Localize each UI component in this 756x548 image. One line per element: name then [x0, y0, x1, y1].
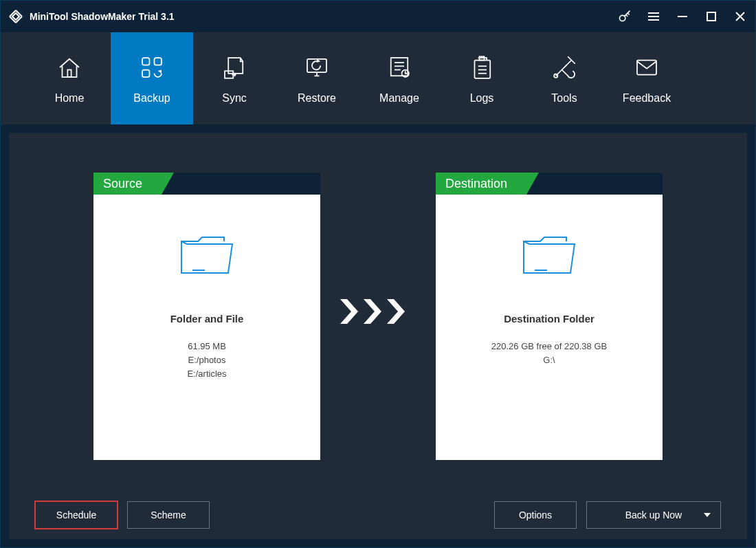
nav-sync[interactable]: Sync: [193, 32, 276, 124]
destination-free: 220.26 GB free of 220.38 GB: [436, 340, 663, 353]
restore-icon: [302, 52, 332, 83]
destination-drive: G:\: [436, 353, 663, 367]
source-path: E:/articles: [93, 367, 320, 381]
titlebar: MiniTool ShadowMaker Trial 3.1: [1, 1, 755, 32]
nav-label: Restore: [298, 92, 336, 105]
chevron-down-icon: [704, 513, 711, 517]
key-icon[interactable]: [618, 10, 632, 23]
schedule-button[interactable]: Schedule: [35, 501, 118, 529]
nav-label: Feedback: [623, 92, 671, 105]
destination-title: Destination Folder: [436, 313, 663, 325]
backup-now-button[interactable]: Back up Now: [586, 501, 721, 529]
nav-feedback[interactable]: Feedback: [605, 32, 688, 124]
svg-rect-10: [155, 58, 162, 65]
tools-icon: [549, 52, 579, 83]
close-icon[interactable]: [733, 10, 747, 23]
manage-icon: [384, 52, 414, 83]
source-tab: Source: [93, 173, 162, 195]
home-icon: [54, 52, 85, 83]
main-nav: Home Backup Sync Restore Manage: [1, 32, 755, 124]
source-size: 61.95 MB: [93, 340, 320, 353]
svg-point-0: [620, 15, 625, 21]
source-title: Folder and File: [93, 313, 320, 325]
nav-label: Sync: [222, 92, 247, 105]
nav-home[interactable]: Home: [28, 32, 111, 124]
backup-icon: [137, 52, 167, 83]
app-logo-icon: [6, 7, 25, 26]
app-title: MiniTool ShadowMaker Trial 3.1: [30, 11, 175, 22]
maximize-icon[interactable]: [704, 10, 718, 23]
card-body: Folder and File 61.95 MB E:/photos E:/ar…: [93, 195, 320, 381]
sync-icon: [219, 52, 249, 83]
nav-restore[interactable]: Restore: [276, 32, 358, 124]
svg-rect-11: [142, 70, 150, 78]
arrows-icon: [337, 173, 419, 327]
app-window: MiniTool ShadowMaker Trial 3.1: [0, 0, 756, 548]
folder-icon: [177, 230, 236, 278]
content-panel: Source Folder and File 61.95 MB E:/photo…: [9, 133, 747, 539]
destination-tab: Destination: [436, 173, 526, 195]
nav-manage[interactable]: Manage: [358, 32, 441, 124]
card-header: Source: [93, 173, 320, 195]
svg-rect-8: [67, 70, 71, 78]
svg-rect-5: [707, 12, 715, 21]
minimize-icon[interactable]: [676, 10, 689, 23]
bottom-bar: Schedule Scheme Options Back up Now: [9, 491, 747, 539]
window-controls: [618, 10, 747, 23]
nav-tools[interactable]: Tools: [523, 32, 605, 124]
nav-label: Tools: [551, 92, 577, 105]
source-path: E:/photos: [93, 353, 320, 367]
nav-label: Manage: [379, 92, 419, 105]
nav-label: Backup: [133, 92, 170, 105]
options-button[interactable]: Options: [494, 501, 577, 529]
nav-label: Home: [55, 92, 85, 105]
feedback-icon: [632, 52, 662, 83]
nav-label: Logs: [470, 92, 494, 105]
destination-card[interactable]: Destination Destination Folder 220.26 GB…: [436, 173, 663, 460]
folder-icon: [520, 230, 579, 278]
nav-backup[interactable]: Backup: [111, 32, 193, 124]
card-body: Destination Folder 220.26 GB free of 220…: [436, 195, 663, 367]
backup-now-label: Back up Now: [625, 509, 682, 520]
menu-icon[interactable]: [647, 10, 660, 23]
nav-logs[interactable]: Logs: [441, 32, 523, 124]
svg-rect-9: [142, 58, 150, 65]
scheme-button[interactable]: Scheme: [127, 501, 210, 529]
cards-row: Source Folder and File 61.95 MB E:/photo…: [9, 133, 747, 491]
svg-rect-25: [637, 61, 656, 75]
source-card[interactable]: Source Folder and File 61.95 MB E:/photo…: [93, 173, 320, 460]
card-header: Destination: [436, 173, 663, 195]
logs-icon: [467, 52, 497, 83]
